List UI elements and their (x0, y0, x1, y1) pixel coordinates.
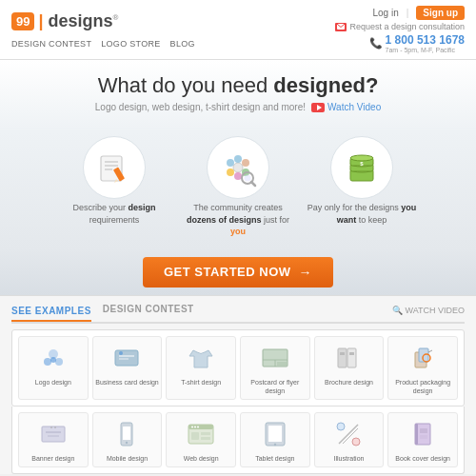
cta-arrow: → (299, 265, 313, 280)
watch-video-link[interactable]: 🔍 WATCH VIDEO (392, 306, 466, 315)
svg-point-13 (227, 159, 234, 167)
logo-text: designs (49, 11, 113, 30)
logo-badge: 99 (11, 12, 34, 30)
hero-subtext: Logo design, web design, t-shirt design … (19, 102, 457, 112)
get-started-button[interactable]: GET STARTED NOW → (143, 257, 333, 288)
nav-logo-store[interactable]: LOGO STORE (101, 39, 160, 49)
example-brochure[interactable]: Brochure design (314, 336, 385, 400)
svg-point-11 (234, 172, 242, 180)
login-link[interactable]: Log in (372, 8, 398, 18)
brochure-icon (331, 341, 366, 375)
svg-point-15 (245, 175, 251, 182)
phone-number: 1 800 513 1678 (386, 33, 465, 47)
hero-headline: What do you need designed? (19, 73, 457, 98)
tshirt-label: T-shirt design (169, 378, 233, 387)
business-card-icon (109, 341, 144, 375)
svg-point-52 (126, 442, 128, 444)
step-2-text: The community creates dozens of designs … (182, 202, 294, 238)
step-1: Describe your design requirements (52, 135, 176, 242)
svg-rect-62 (268, 426, 282, 442)
example-web[interactable]: Web design (166, 412, 236, 467)
examples-grid-row1: Logo design Business card design T-shir (11, 329, 465, 407)
signup-button[interactable]: Sign up (416, 6, 465, 20)
svg-rect-28 (115, 350, 138, 366)
tab-see-examples[interactable]: SEE EXAMPLES (11, 306, 91, 322)
svg-point-57 (197, 426, 199, 427)
step-2-icon (205, 139, 271, 196)
example-tablet[interactable]: Tablet design (240, 412, 310, 467)
examples-tabs: SEE EXAMPLES DESIGN CONTEST 🔍 WATCH VIDE… (11, 304, 465, 324)
svg-point-27 (50, 357, 56, 363)
postcard-icon (258, 341, 292, 375)
step-3: $ Pay only for the designs you want to k… (300, 135, 424, 242)
svg-rect-37 (338, 348, 347, 367)
step-1-text: Describe your design requirements (58, 202, 170, 226)
web-design-label: Web design (169, 454, 233, 463)
svg-rect-59 (201, 432, 210, 435)
mobile-label: Mobile design (95, 454, 160, 463)
svg-point-7 (233, 163, 243, 172)
logo-design-icon (36, 341, 70, 375)
svg-point-67 (352, 438, 360, 446)
example-postcard[interactable]: Postcard or flyer design (240, 336, 310, 400)
svg-rect-60 (201, 437, 210, 440)
svg-rect-69 (415, 424, 418, 445)
logo[interactable]: 99 | designs® (11, 11, 195, 31)
nav-design-contest[interactable]: DESIGN CONTEST (11, 39, 91, 49)
packaging-label: Product packaging design (390, 378, 455, 395)
illustration-icon (331, 417, 366, 451)
example-banner[interactable]: Banner design (18, 412, 89, 467)
svg-point-9 (242, 159, 249, 167)
phone-hours: 7am - 5pm, M-F, Pacific (386, 47, 465, 53)
example-logo[interactable]: Logo design (18, 336, 89, 400)
banner-icon (36, 417, 70, 451)
example-tshirt[interactable]: T-shirt design (166, 336, 236, 400)
nav-blog[interactable]: BLOG (170, 39, 195, 49)
tshirt-icon (184, 341, 218, 375)
tablet-icon (258, 417, 292, 451)
example-business-card[interactable]: Business card design (92, 336, 163, 400)
brochure-label: Brochure design (317, 378, 382, 387)
svg-line-16 (251, 182, 255, 186)
consultation[interactable]: Request a design consultation (335, 22, 465, 31)
svg-rect-39 (340, 352, 345, 355)
example-illustration[interactable]: Illustration (314, 412, 385, 467)
step-3-text: Pay only for the designs you want to kee… (306, 202, 418, 226)
business-card-label: Business card design (95, 378, 160, 387)
tab-design-contest[interactable]: DESIGN CONTEST (103, 304, 194, 318)
logo-reg: ® (113, 13, 119, 22)
packaging-icon (406, 341, 440, 375)
nav: DESIGN CONTEST LOGO STORE BLOG (11, 37, 195, 49)
svg-point-56 (194, 426, 196, 427)
logo-slash: | (38, 11, 43, 30)
examples-section: SEE EXAMPLES DESIGN CONTEST 🔍 WATCH VIDE… (0, 295, 476, 474)
svg-point-12 (227, 169, 234, 176)
svg-rect-45 (42, 426, 65, 442)
book-cover-icon (406, 417, 440, 451)
step-2: The community creates dozens of designs … (176, 135, 300, 242)
svg-point-8 (234, 155, 242, 163)
step-1-icon (81, 139, 148, 196)
svg-rect-51 (123, 426, 130, 440)
svg-rect-58 (191, 432, 199, 440)
play-icon (311, 103, 325, 112)
example-packaging[interactable]: Product packaging design (387, 336, 458, 400)
watch-video-button[interactable]: Watch Video (311, 102, 381, 112)
svg-line-44 (428, 350, 432, 352)
examples-grid-row2: Banner design Mobile design (11, 407, 465, 474)
svg-point-66 (337, 423, 345, 430)
web-design-icon (184, 417, 218, 451)
svg-point-63 (274, 444, 276, 446)
header-right: Log in | Sign up Request a design consul… (335, 6, 465, 53)
example-book-cover[interactable]: Book cover design (387, 412, 458, 467)
cta-area: GET STARTED NOW → (0, 249, 476, 295)
hero-section: What do you need designed? Logo design, … (0, 60, 476, 131)
example-mobile[interactable]: Mobile design (92, 412, 163, 467)
postcard-label: Postcard or flyer design (243, 378, 307, 395)
step-3-icon: $ (328, 139, 395, 196)
svg-point-55 (191, 426, 193, 427)
logo-design-label: Logo design (21, 378, 86, 387)
banner-label: Banner design (21, 454, 86, 463)
book-cover-label: Book cover design (390, 454, 455, 463)
phone-area: 📞 1 800 513 1678 7am - 5pm, M-F, Pacific (369, 33, 465, 53)
